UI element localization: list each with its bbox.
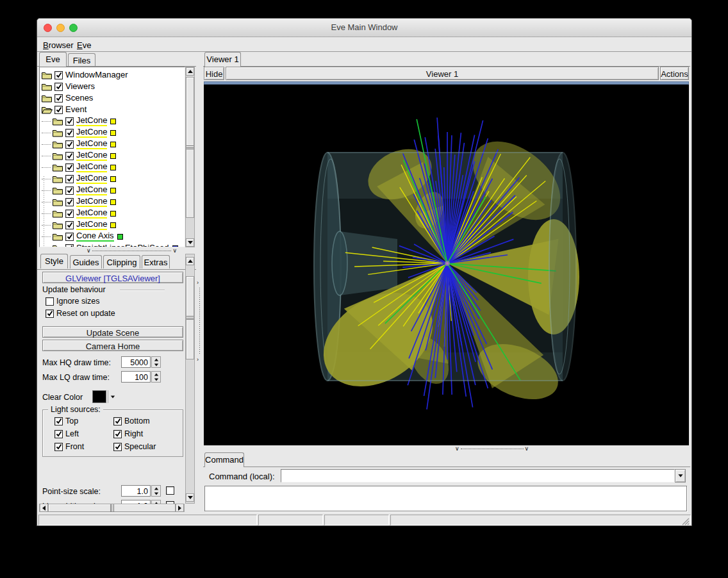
titlebar[interactable]: Eve Main Window — [37, 19, 691, 37]
tree-item[interactable]: JetCone — [40, 219, 185, 231]
tab-extras[interactable]: Extras — [142, 255, 170, 268]
color-square[interactable] — [110, 211, 116, 217]
tree-item[interactable]: JetCone — [40, 115, 185, 127]
tree-item-label[interactable]: Scenes — [65, 94, 93, 103]
checkbox[interactable] — [166, 486, 174, 495]
checkbox[interactable] — [65, 117, 74, 126]
checkbox[interactable] — [113, 443, 122, 451]
viewport-splitter[interactable]: ∨ ∨ — [204, 445, 689, 452]
tree-item-label[interactable]: JetCone — [76, 139, 107, 149]
checkbox[interactable] — [65, 221, 74, 229]
tree-item[interactable]: JetCone — [40, 161, 185, 173]
checkbox[interactable] — [65, 233, 74, 241]
light-top-checkbox[interactable]: Top — [54, 417, 78, 425]
color-square[interactable] — [110, 130, 116, 136]
tree-item-label[interactable]: JetCone — [76, 197, 107, 207]
tree-item[interactable]: JetCone — [40, 196, 185, 208]
tree-item[interactable]: JetCone — [40, 138, 185, 150]
hide-button[interactable]: Hide — [204, 67, 224, 80]
tree-item[interactable]: JetCone — [40, 208, 185, 219]
color-square[interactable] — [110, 165, 116, 170]
tree-item-label[interactable]: JetCone — [76, 116, 107, 126]
checkbox[interactable] — [46, 310, 54, 318]
menu-eve[interactable]: Eve — [73, 39, 95, 51]
tree-item[interactable]: JetCone — [40, 150, 185, 161]
checkbox[interactable] — [113, 417, 122, 425]
reset-on-update-checkbox[interactable]: Reset on update — [46, 309, 115, 318]
tree-item[interactable]: StraightLinesEtaPhiSeed — [40, 242, 185, 247]
tree-item-label[interactable]: Viewers — [65, 82, 95, 91]
tree-view[interactable]: WindowManagerViewersScenesEventJetConeJe… — [39, 67, 185, 247]
checkbox[interactable] — [65, 129, 74, 137]
tab-files[interactable]: Files — [68, 53, 95, 67]
tab-guides[interactable]: Guides — [70, 255, 102, 268]
checkbox[interactable] — [65, 140, 74, 149]
menu-browser[interactable]: Browser — [39, 39, 78, 51]
tree-item-label[interactable]: JetCone — [76, 208, 107, 219]
tree-item-label[interactable]: WindowManager — [65, 70, 128, 79]
color-square[interactable] — [117, 234, 123, 240]
checkbox[interactable] — [54, 417, 63, 425]
color-square[interactable] — [110, 119, 116, 124]
checkbox[interactable] — [54, 430, 63, 438]
main-splitter[interactable]: › › — [196, 52, 203, 504]
tree-item-label[interactable]: Cone Axis — [76, 231, 114, 242]
checkbox[interactable] — [65, 175, 74, 183]
color-square[interactable] — [110, 199, 116, 205]
tree-item-label[interactable]: JetCone — [76, 128, 107, 138]
glviewer-button[interactable]: GLViewer [TGLSAViewer] — [42, 272, 183, 283]
tree-item-label[interactable]: Event — [65, 105, 87, 114]
tree-item[interactable]: WindowManager — [40, 69, 185, 81]
tree-item[interactable]: Cone Axis — [40, 231, 185, 242]
viewer-title-bar[interactable]: Viewer 1 — [226, 67, 659, 80]
command-output[interactable] — [204, 486, 687, 511]
checkbox[interactable] — [65, 152, 74, 160]
max-hq-spinner[interactable]: 5000 — [121, 356, 161, 368]
clear-color-swatch[interactable] — [92, 390, 106, 403]
tree-item[interactable]: JetCone — [40, 185, 185, 196]
ignore-sizes-checkbox[interactable]: Ignore sizes — [46, 297, 99, 306]
checkbox[interactable] — [54, 71, 63, 79]
command-dropdown-button[interactable] — [675, 469, 686, 483]
color-square[interactable] — [110, 222, 116, 228]
resize-grip[interactable] — [681, 516, 690, 525]
gl-viewport[interactable] — [204, 85, 689, 445]
tree-item[interactable]: Event — [40, 104, 185, 115]
checkbox[interactable] — [54, 83, 63, 91]
scale-spinner[interactable]: 1.0 — [121, 485, 161, 497]
scroll-right-button[interactable] — [176, 504, 184, 512]
tab-eve[interactable]: Eve — [39, 52, 67, 67]
style-hscrollbar[interactable] — [39, 504, 185, 512]
checkbox[interactable] — [65, 163, 74, 172]
tree-item-label[interactable]: JetCone — [76, 185, 107, 195]
tree-scroll-thumb[interactable] — [186, 77, 194, 218]
tab-style[interactable]: Style — [40, 254, 68, 268]
style-scroll-thumb[interactable] — [186, 276, 194, 359]
tree-item-label[interactable]: JetCone — [76, 162, 107, 172]
actions-button[interactable]: Actions — [660, 67, 689, 80]
light-bottom-checkbox[interactable]: Bottom — [113, 417, 150, 425]
update-scene-button[interactable]: Update Scene — [42, 326, 183, 338]
color-square[interactable] — [110, 188, 116, 194]
clear-color-dropdown[interactable] — [108, 390, 117, 403]
checkbox[interactable] — [65, 186, 74, 195]
scroll-left-button[interactable] — [40, 504, 48, 512]
command-input[interactable] — [281, 469, 675, 483]
checkbox[interactable] — [46, 297, 54, 306]
tree-splitter[interactable]: ∨ ∨ — [39, 247, 195, 254]
camera-home-button[interactable]: Camera Home — [42, 340, 183, 351]
tree-item-label[interactable]: JetCone — [76, 220, 107, 230]
tab-clipping[interactable]: Clipping — [103, 255, 140, 268]
tab-viewer1[interactable]: Viewer 1 — [204, 52, 241, 67]
scroll-down-button[interactable] — [186, 238, 194, 247]
tree-item-label[interactable]: JetCone — [76, 151, 107, 161]
tree-scrollbar[interactable] — [185, 67, 195, 247]
tree-item[interactable]: Scenes — [40, 92, 185, 104]
tree-item[interactable]: Viewers — [40, 81, 185, 92]
light-right-checkbox[interactable]: Right — [113, 429, 143, 438]
checkbox[interactable] — [54, 443, 63, 451]
tree-item[interactable]: JetCone — [40, 173, 185, 185]
color-square[interactable] — [110, 176, 116, 182]
scroll-up-button[interactable] — [186, 67, 194, 76]
checkbox[interactable] — [65, 198, 74, 206]
